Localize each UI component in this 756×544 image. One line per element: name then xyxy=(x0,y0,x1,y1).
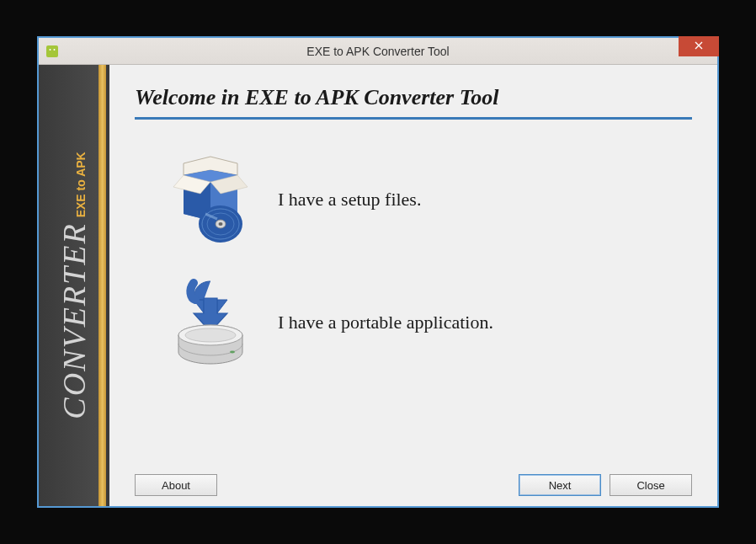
sidebar-line-converter: CONVERTER xyxy=(56,222,93,419)
close-button[interactable]: Close xyxy=(610,474,692,496)
svg-point-2 xyxy=(54,49,56,51)
window: EXE to APK Converter Tool CONVERTER EXE … xyxy=(39,38,717,506)
sidebar-line-exe: EXE to APK xyxy=(74,152,88,217)
setup-box-icon xyxy=(168,153,253,246)
option-portable-label: I have a portable application. xyxy=(278,312,493,333)
titlebar[interactable]: EXE to APK Converter Tool xyxy=(39,38,717,65)
svg-rect-0 xyxy=(46,45,58,57)
option-list: I have a setup files. xyxy=(135,153,692,466)
spacer xyxy=(226,474,510,496)
close-icon xyxy=(695,40,703,52)
svg-point-11 xyxy=(230,351,235,354)
page-heading: Welcome in EXE to APK Converter Tool xyxy=(135,85,692,120)
sidebar-branding: CONVERTER EXE to APK xyxy=(56,152,93,419)
sidebar: CONVERTER EXE to APK xyxy=(39,65,109,506)
window-title: EXE to APK Converter Tool xyxy=(306,45,449,58)
svg-point-7 xyxy=(219,222,223,226)
next-button[interactable]: Next xyxy=(519,474,601,496)
download-drive-icon xyxy=(168,276,253,369)
button-bar: About Next Close xyxy=(135,466,692,496)
main-panel: Welcome in EXE to APK Converter Tool xyxy=(109,65,717,506)
option-setup-label: I have a setup files. xyxy=(278,189,421,211)
svg-point-1 xyxy=(50,49,51,51)
about-button[interactable]: About xyxy=(135,474,217,496)
option-setup-files[interactable]: I have a setup files. xyxy=(168,153,692,246)
option-portable-app[interactable]: I have a portable application. xyxy=(168,276,692,369)
svg-point-10 xyxy=(185,328,236,342)
window-chrome: EXE to APK Converter Tool CONVERTER EXE … xyxy=(37,36,719,508)
window-body: CONVERTER EXE to APK Welcome in EXE to A… xyxy=(39,65,717,506)
app-icon xyxy=(45,45,59,58)
window-close-button[interactable] xyxy=(679,36,719,56)
